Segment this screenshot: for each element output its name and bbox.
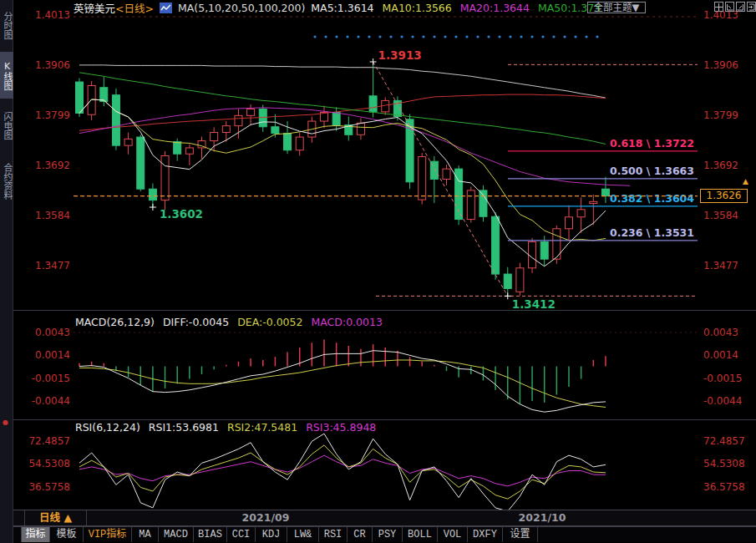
toolbar-tab-1[interactable]: 模板 [50,526,84,542]
candle-body [149,189,156,200]
toolbar-tab-6[interactable]: CCI [227,526,256,542]
price-axis-label-right: 1.3477 [703,260,738,272]
rsi1-line [79,434,606,511]
toolbar-tab-2[interactable]: VIP指标 [84,526,132,542]
sidebar-item-2[interactable]: 闪电图 [0,104,13,147]
theme-dot-icon [444,35,446,38]
candle-body [235,115,242,125]
toolbar-tab-13[interactable]: VOL [438,526,468,542]
ma-value-label: MA20:1.3644 [460,2,530,14]
candle-body [100,88,108,102]
low-label: 1.3412 [512,297,556,311]
candle-body [382,100,389,111]
ma-value-label: MA10:1.3566 [383,2,452,14]
price-axis-label-left: 1.3477 [35,260,70,272]
theme-dot-icon [378,35,381,38]
ma-values: MA5:1.3614MA10:1.3566MA20:1.3644MA50:1.3… [311,2,609,14]
price-axis-label-left: 1.4013 [35,9,70,21]
theme-dot-icon [585,35,587,38]
toolbar-tab-12[interactable]: BOLL [403,526,438,542]
candle-body [601,189,609,195]
toolbar-tab-10[interactable]: CR [348,526,373,542]
expand-panel-icon[interactable] [747,2,756,12]
macd-diff-line [79,351,606,413]
price-axis-label-left: 1.3906 [35,59,70,71]
symbol-name: 英镑美元 [74,3,115,15]
high-label: 1.3913 [378,48,422,62]
macd-axis-label-right: 0.0014 [703,349,738,361]
rsi-pane-header: RSI(6,12,24)RSI1:53.6981RSI2:47.5481RSI3… [75,421,384,434]
theme-select-button[interactable]: 全部主题▼ [587,2,646,13]
candle-body [137,137,145,189]
candle-body [284,134,292,150]
fit-right-axis-icon[interactable] [736,2,745,12]
candle-body [467,190,474,220]
rsi2-line [79,445,606,499]
pane-divider[interactable] [13,419,756,420]
record-dot-icon: ● [3,419,9,426]
rsi3-value: RSI3:45.8948 [306,421,376,434]
toolbar-tab-3[interactable]: MA [132,526,159,542]
toolbar-filler [538,526,756,542]
move-icon[interactable] [714,2,723,12]
x-axis-label-oct: 2021/10 [513,511,571,524]
fit-left-axis-icon[interactable] [725,2,734,12]
candle-body [185,148,193,154]
candlestick-chart-icon [160,3,172,13]
candle-body [271,127,279,134]
theme-dot-icon [552,35,555,38]
macd-axis-label-left: -0.0015 [32,373,70,384]
macd-dea-line [79,360,606,408]
theme-dot-icon [433,35,435,38]
macd-title: MACD(26,12,9) [75,316,155,328]
rsi-axis-label-right: 72.4857 [703,435,745,447]
toolbar-tab-8[interactable]: LW& [287,526,319,542]
candle-body [211,132,218,140]
price-up-arrow-icon: ▲ [743,177,748,185]
ma5-line [79,99,606,266]
toolbar-tab-5[interactable]: BIAS [194,526,227,542]
chart-header: 英镑美元<日线> MA(5,10,20,50,100,200) MA5:1.36… [74,1,609,14]
price-axis-label-right: 1.3584 [703,210,738,221]
fib-label: 0.618 \ 1.3722 [610,137,694,150]
period-tab[interactable]: 日线 ▲ [25,510,87,525]
theme-dot-icon [487,35,490,38]
period-label: <日线> [115,3,154,15]
toolbar-tab-0[interactable]: 指标 [22,526,50,542]
macd-axis-label-right: -0.0015 [703,373,742,384]
candle-body [76,82,84,114]
toolbar-tab-7[interactable]: KDJ [256,526,287,542]
theme-dot-icon [313,35,316,38]
sidebar-item-1[interactable]: K线图 [0,52,13,99]
macd-axis-label-right: 0.0043 [703,327,738,338]
left-sidebar: 分时图K线图闪电图合约资料● [0,0,13,543]
macd-axis-label-right: -0.0044 [703,395,742,407]
candle-body [540,241,548,259]
toolbar-tab-9[interactable]: RSI [319,526,348,542]
sidebar-item-0[interactable]: 分时图 [0,3,13,47]
candle-body [161,155,169,200]
theme-dot-icon [596,35,598,38]
chart-canvas[interactable]: 1.39131.36021.34120.618 \ 1.37220.500 \ … [0,0,756,543]
candle-body [112,95,119,145]
price-axis-label-left: 1.3799 [35,109,70,121]
candle-body [590,201,597,203]
toolbar-tab-14[interactable]: DXFY [468,526,503,542]
period-arrow-icon: ▲ [63,511,72,524]
sidebar-item-3[interactable]: 合约资料 [0,152,13,211]
macd-pane-header: MACD(26,12,9)DIFF:-0.0045DEA:-0.0052MACD… [75,316,391,328]
swing-low-label: 1.3602 [160,207,203,221]
theme-dot-icon [509,35,511,38]
toolbar-spacer [13,526,22,542]
candle-body [357,123,364,134]
candle-body [124,139,132,145]
pane-divider[interactable] [13,310,756,311]
theme-dot-icon [389,35,392,38]
toolbar-tab-4[interactable]: MACD [159,526,194,542]
rsi-axis-label-right: 36.5758 [703,481,745,493]
x-axis-label-sep: 2021/09 [236,511,295,524]
date-axis-row: 日线 ▲ 2021/09 2021/10 [13,510,756,526]
theme-dot-icon [324,35,327,38]
toolbar-tab-15[interactable]: 设置 [503,526,538,542]
toolbar-tab-11[interactable]: PSY [373,526,403,542]
